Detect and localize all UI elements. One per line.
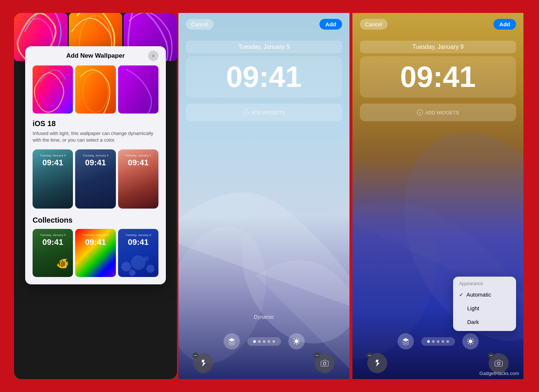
- svg-point-17: [323, 362, 326, 365]
- ls-dark-dots: [421, 337, 455, 346]
- fish-icon: 🐠: [56, 257, 69, 270]
- dot-5: [272, 340, 275, 343]
- svg-point-16: [295, 339, 298, 343]
- panel-add-wallpaper: Add New Wallpaper ×: [14, 13, 177, 379]
- collection-nature[interactable]: Tuesday, January 9 09:41 🐠: [33, 229, 73, 277]
- color-opt-time-1: 09:41: [33, 158, 73, 168]
- add-widgets-label: ADD WIDGETS: [251, 110, 285, 115]
- dark-dot-1: [427, 340, 430, 343]
- add-widgets-icon: +: [243, 109, 249, 115]
- ls-light-dots: [247, 337, 281, 346]
- svg-point-9: [131, 256, 145, 270]
- ls-light-bottom-controls: [178, 333, 349, 349]
- color-opt-date-2: Tuesday, January 9: [75, 154, 116, 157]
- appearance-dropdown: Appearance ✓ Automatic Light Dark: [453, 277, 516, 331]
- svg-point-8: [121, 262, 131, 271]
- panel-lockscreen-dark: Cancel Add Tuesday, January 9 09:41 + AD…: [352, 13, 523, 379]
- svg-point-10: [146, 265, 154, 273]
- collection-bubbles[interactable]: Tuesday, January 9 09:41: [118, 229, 158, 277]
- checkmark-automatic: ✓: [459, 292, 463, 298]
- ls-dark-cancel-button[interactable]: Cancel: [360, 19, 388, 30]
- color-option-teal[interactable]: Tuesday, January 9 09:41: [33, 149, 73, 209]
- ios18-description: Infused with light, this wallpaper can c…: [33, 130, 158, 143]
- appearance-option-dark[interactable]: Dark: [453, 315, 516, 329]
- color-option-blue[interactable]: Tuesday, January 9 09:41: [75, 149, 116, 209]
- dark-dot-4: [442, 340, 444, 343]
- dark-dot-2: [432, 340, 435, 343]
- ls-light-add-button[interactable]: Add: [319, 19, 342, 30]
- lockscreen-light-content: Cancel Add Tuesday, January 9 09:41 + AD…: [178, 13, 349, 121]
- ls-light-topbar: Cancel Add: [178, 13, 349, 33]
- ls-light-camera-button[interactable]: [315, 353, 335, 373]
- ls-dark-widgets[interactable]: + ADD WIDGETS: [360, 104, 516, 121]
- ls-dark-date: Tuesday, January 9: [360, 41, 516, 53]
- dynamic-label: Dynamic: [178, 314, 349, 320]
- svg-point-12: [144, 256, 149, 261]
- color-option-red[interactable]: Tuesday, January 9 09:41: [118, 149, 158, 209]
- ls-dark-bottom-controls: [352, 333, 523, 349]
- svg-point-22: [497, 362, 500, 365]
- collection-rainbow[interactable]: Tuesday, January 9 09:41: [75, 229, 116, 277]
- svg-point-21: [469, 339, 472, 343]
- dark-dot-3: [437, 340, 439, 343]
- color-opt-date-3: Tuesday, January 9: [118, 154, 158, 157]
- svg-rect-4: [33, 65, 73, 114]
- ls-light-widgets[interactable]: + ADD WIDGETS: [186, 104, 342, 121]
- ls-dark-appearance-button[interactable]: [462, 333, 479, 349]
- appearance-option-light[interactable]: Light: [453, 301, 516, 315]
- ls-dark-topbar: Cancel Add: [352, 13, 523, 33]
- wallpaper-thumb-2[interactable]: [75, 65, 116, 114]
- panel-lockscreen-light: Cancel Add Tuesday, January 9 09:41 + AD…: [178, 13, 349, 379]
- appearance-light-label: Light: [467, 305, 479, 311]
- watermark: GadgetHacks.com: [479, 371, 519, 376]
- dot-1: [253, 340, 256, 343]
- ls-dark-layers-button[interactable]: [398, 333, 414, 349]
- modal-title: Add New Wallpaper: [66, 52, 125, 60]
- appearance-option-automatic[interactable]: ✓ Automatic: [453, 288, 516, 301]
- color-option-grid: Tuesday, January 9 09:41 Tuesday, Januar…: [33, 149, 158, 209]
- color-opt-date-1: Tuesday, January 9: [33, 154, 73, 157]
- ls-dark-time: 09:41: [360, 56, 516, 98]
- ls-dark-camera-button[interactable]: [489, 353, 509, 373]
- ls-light-cancel-button[interactable]: Cancel: [186, 19, 214, 30]
- main-container: Add New Wallpaper ×: [14, 13, 525, 379]
- color-opt-time-3: 09:41: [118, 158, 158, 168]
- dot-4: [268, 340, 270, 343]
- dot-2: [258, 340, 261, 343]
- ls-light-time: 09:41: [186, 56, 342, 98]
- color-opt-time-2: 09:41: [75, 158, 116, 168]
- add-widgets-dark-label: ADD WIDGETS: [425, 110, 459, 115]
- modal-header: Add New Wallpaper ×: [33, 52, 158, 60]
- dot-3: [263, 340, 265, 343]
- dark-dot-5: [446, 340, 449, 343]
- ls-light-layers-button[interactable]: [224, 333, 240, 349]
- appearance-dark-label: Dark: [467, 319, 479, 325]
- ls-light-date: Tuesday, January 9: [186, 41, 342, 53]
- appearance-dropdown-header: Appearance: [453, 279, 516, 288]
- wallpaper-thumb-3[interactable]: [118, 65, 158, 114]
- ls-dark-flashlight-button[interactable]: [367, 353, 387, 373]
- ls-light-flashlight-button[interactable]: [193, 353, 213, 373]
- collections-title: Collections: [33, 216, 158, 224]
- appearance-automatic-label: Automatic: [466, 291, 491, 298]
- svg-point-11: [129, 270, 135, 276]
- ios18-title: iOS 18: [33, 119, 158, 128]
- add-wallpaper-modal: Add New Wallpaper ×: [25, 46, 166, 284]
- lockscreen-dark-content: Cancel Add Tuesday, January 9 09:41 + AD…: [352, 13, 523, 121]
- wallpaper-thumb-1[interactable]: [33, 65, 73, 114]
- svg-rect-7: [118, 65, 158, 114]
- ls-light-appearance-button[interactable]: [288, 333, 305, 349]
- add-widgets-dark-icon: +: [417, 109, 423, 115]
- modal-close-button[interactable]: ×: [148, 51, 158, 61]
- ls-light-bottom-icons: [178, 353, 349, 373]
- wallpaper-preview-grid: [33, 65, 158, 114]
- collections-grid: Tuesday, January 9 09:41 🐠 Tuesday, Janu…: [33, 229, 158, 277]
- ls-dark-add-button[interactable]: Add: [493, 19, 516, 30]
- ls-dark-bottom-icons: [352, 353, 523, 373]
